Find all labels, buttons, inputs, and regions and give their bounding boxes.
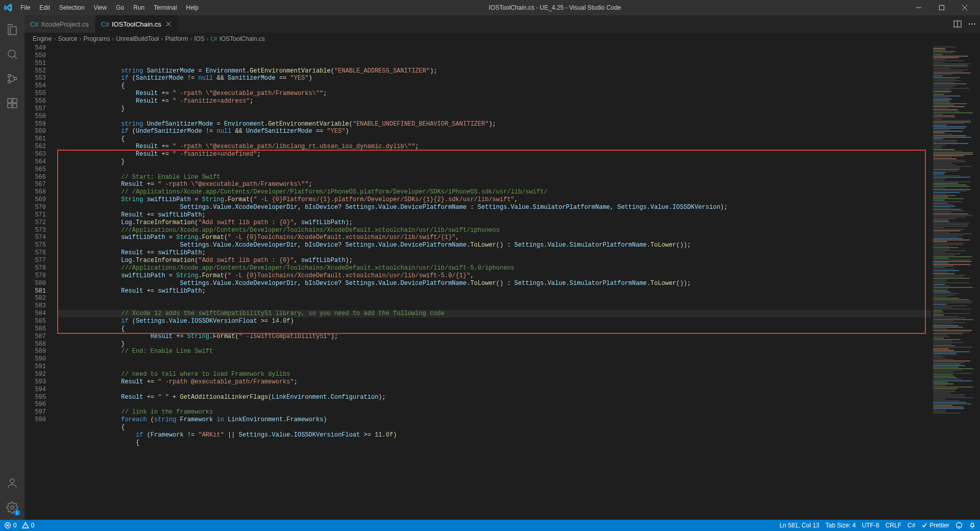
svg-point-4 <box>14 78 17 80</box>
menu-terminal[interactable]: Terminal <box>150 2 181 13</box>
menu-view[interactable]: View <box>89 2 111 13</box>
breadcrumb-item[interactable]: Platform <box>165 35 188 42</box>
svg-rect-8 <box>13 99 17 103</box>
svg-point-10 <box>11 506 14 509</box>
svg-rect-5 <box>8 99 12 103</box>
status-ln-col[interactable]: Ln 581, Col 13 <box>779 522 819 529</box>
status-notifications-icon[interactable] <box>969 522 976 529</box>
svg-point-16 <box>957 523 962 528</box>
status-encoding[interactable]: UTF-8 <box>862 522 879 529</box>
status-formatter[interactable]: Prettier <box>921 522 949 529</box>
close-button[interactable] <box>953 0 976 15</box>
editor-body[interactable]: 5495505515525535545555565575585595605615… <box>24 44 980 520</box>
svg-rect-7 <box>13 104 17 108</box>
source-control-icon[interactable] <box>0 66 24 91</box>
svg-rect-0 <box>939 6 944 10</box>
breadcrumb-item[interactable]: UnrealBuildTool <box>116 35 159 42</box>
breadcrumb-item[interactable]: Engine <box>33 35 52 42</box>
tab-label: IOSToolChain.cs <box>112 20 161 28</box>
status-eol[interactable]: CRLF <box>886 522 901 529</box>
vscode-logo-icon <box>4 4 12 12</box>
maximize-button[interactable] <box>930 0 953 15</box>
svg-point-9 <box>10 479 14 483</box>
code-area[interactable]: string SanitizerMode = Environment.GetEn… <box>57 44 931 520</box>
csharp-file-icon: C# <box>102 20 109 28</box>
minimap[interactable] <box>931 44 980 520</box>
tab-xcodeproject[interactable]: C# XcodeProject.cs <box>24 15 95 33</box>
titlebar: File Edit Selection View Go Run Terminal… <box>0 0 980 15</box>
menubar: File Edit Selection View Go Run Terminal… <box>16 2 203 13</box>
settings-badge: 1 <box>14 510 20 516</box>
menu-file[interactable]: File <box>16 2 34 13</box>
explorer-icon[interactable] <box>0 17 24 42</box>
activity-bar: 1 <box>0 15 24 520</box>
status-bar: 0 0 Ln 581, Col 13 Tab Size: 4 UTF-8 CRL… <box>0 520 980 531</box>
split-editor-icon[interactable] <box>953 20 962 28</box>
minimize-button[interactable] <box>907 0 930 15</box>
menu-selection[interactable]: Selection <box>55 2 88 13</box>
svg-point-12 <box>969 23 970 25</box>
status-tab-size[interactable]: Tab Size: 4 <box>825 522 855 529</box>
breadcrumb-item[interactable]: IOS <box>194 35 205 42</box>
window-title: IOSToolChain.cs - UE_4.25 - Visual Studi… <box>203 4 907 11</box>
settings-gear-icon[interactable]: 1 <box>0 495 24 520</box>
tab-label: XcodeProject.cs <box>41 20 89 28</box>
close-icon[interactable] <box>164 20 173 28</box>
editor-area: C# XcodeProject.cs C# IOSToolChain.cs <box>24 15 980 520</box>
breadcrumb-file[interactable]: C#IOSToolChain.cs <box>211 35 265 42</box>
extensions-icon[interactable] <box>0 91 24 115</box>
line-number-gutter: 5495505515525535545555565575585595605615… <box>24 44 55 520</box>
editor-tabs: C# XcodeProject.cs C# IOSToolChain.cs <box>24 15 980 33</box>
svg-point-14 <box>974 23 975 25</box>
status-errors[interactable]: 0 0 <box>4 522 34 529</box>
menu-go[interactable]: Go <box>112 2 128 13</box>
breadcrumb-item[interactable]: Programs <box>83 35 110 42</box>
breadcrumb-item[interactable]: Source <box>58 35 77 42</box>
status-language[interactable]: C# <box>908 522 915 529</box>
breadcrumbs[interactable]: Engine› Source› Programs› UnrealBuildToo… <box>24 33 980 44</box>
menu-edit[interactable]: Edit <box>35 2 54 13</box>
svg-point-2 <box>8 75 11 77</box>
tab-iostoolchain[interactable]: C# IOSToolChain.cs <box>95 15 179 33</box>
csharp-file-icon: C# <box>31 20 38 28</box>
more-actions-icon[interactable] <box>968 20 976 28</box>
search-icon[interactable] <box>0 42 24 66</box>
svg-rect-6 <box>8 104 12 108</box>
menu-run[interactable]: Run <box>129 2 149 13</box>
menu-help[interactable]: Help <box>182 2 203 13</box>
status-feedback-icon[interactable] <box>955 522 963 529</box>
svg-point-13 <box>971 23 973 25</box>
account-icon[interactable] <box>0 471 24 495</box>
svg-point-1 <box>8 50 15 57</box>
window-controls <box>907 0 976 15</box>
svg-point-3 <box>8 81 11 83</box>
